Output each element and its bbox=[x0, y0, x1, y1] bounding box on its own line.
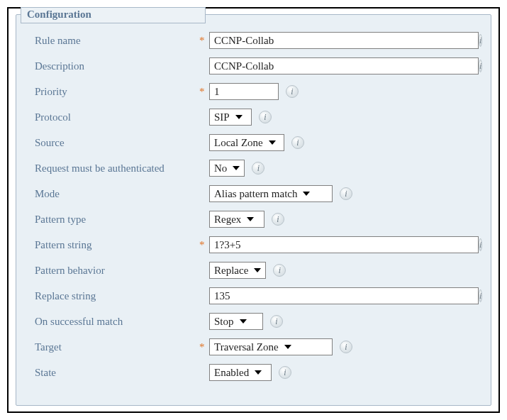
window-frame: Configuration Rule name*iDescriptioniPri… bbox=[7, 7, 500, 413]
on_match-control: Stop bbox=[209, 313, 263, 330]
info-icon[interactable]: i bbox=[272, 213, 284, 226]
info-icon[interactable]: i bbox=[340, 187, 352, 200]
on_match-row: On successful matchStopi bbox=[25, 309, 482, 334]
priority-input[interactable] bbox=[209, 83, 279, 100]
pattern_behavior-select[interactable]: Replace bbox=[209, 262, 266, 279]
svg-marker-5 bbox=[254, 268, 261, 272]
target-select[interactable]: Traversal Zone bbox=[209, 338, 333, 355]
priority-label: Priority bbox=[35, 86, 199, 98]
pattern_behavior-control: Replace bbox=[209, 262, 266, 279]
priority-row: Priority*i bbox=[25, 79, 482, 104]
info-icon[interactable]: i bbox=[273, 264, 286, 277]
pattern_string-required-marker: * bbox=[199, 239, 209, 251]
rule_name-label: Rule name bbox=[35, 35, 199, 47]
info-icon[interactable]: i bbox=[291, 136, 304, 149]
mode-select[interactable]: Alias pattern match bbox=[209, 185, 333, 202]
description-row: Descriptioni bbox=[25, 53, 482, 79]
dropdown-arrow-icon bbox=[301, 188, 311, 199]
auth-select[interactable]: No bbox=[209, 160, 245, 177]
info-icon[interactable]: i bbox=[479, 34, 482, 47]
protocol-label: Protocol bbox=[35, 111, 199, 123]
pattern_string-label: Pattern string bbox=[35, 239, 199, 251]
protocol-row: ProtocolSIPi bbox=[25, 104, 482, 130]
pattern_type-select[interactable]: Regex bbox=[209, 211, 264, 228]
info-icon[interactable]: i bbox=[479, 238, 482, 251]
priority-required-marker: * bbox=[199, 86, 209, 98]
svg-marker-3 bbox=[303, 192, 310, 196]
dropdown-arrow-icon bbox=[252, 265, 262, 276]
rule_name-row: Rule name*i bbox=[25, 28, 482, 53]
replace_string-row: Replace stringi bbox=[25, 283, 482, 309]
dropdown-arrow-icon bbox=[245, 214, 255, 225]
svg-marker-6 bbox=[240, 319, 247, 324]
auth-row: Request must be authenticatedNoi bbox=[25, 155, 482, 181]
svg-marker-8 bbox=[255, 370, 262, 375]
rule_name-input[interactable] bbox=[209, 32, 479, 49]
pattern_string-control bbox=[209, 236, 479, 253]
on_match-select[interactable]: Stop bbox=[209, 313, 263, 330]
info-icon[interactable]: i bbox=[479, 289, 482, 302]
target-control: Traversal Zone bbox=[209, 338, 333, 355]
source-select[interactable]: Local Zone bbox=[209, 134, 284, 151]
state-label: State bbox=[35, 367, 199, 379]
state-control: Enabled bbox=[209, 364, 272, 381]
pattern_type-row: Pattern typeRegexi bbox=[25, 206, 482, 232]
description-input[interactable] bbox=[209, 57, 479, 74]
state-row: StateEnabledi bbox=[25, 360, 482, 385]
info-icon[interactable]: i bbox=[259, 111, 272, 123]
priority-control bbox=[209, 83, 279, 100]
replace_string-input[interactable] bbox=[209, 287, 479, 304]
pattern_type-control: Regex bbox=[209, 211, 264, 228]
protocol-control: SIP bbox=[209, 109, 252, 126]
pattern_behavior-label: Pattern behavior bbox=[35, 265, 199, 277]
info-icon[interactable]: i bbox=[270, 315, 283, 328]
info-icon[interactable]: i bbox=[279, 366, 291, 379]
source-row: SourceLocal Zonei bbox=[25, 130, 482, 155]
mode-control: Alias pattern match bbox=[209, 185, 333, 202]
on_match-label: On successful match bbox=[35, 316, 199, 328]
pattern_behavior-row: Pattern behaviorReplacei bbox=[25, 258, 482, 283]
dropdown-arrow-icon bbox=[231, 162, 241, 174]
mode-row: ModeAlias pattern matchi bbox=[25, 181, 482, 206]
svg-marker-0 bbox=[235, 115, 243, 119]
svg-marker-7 bbox=[284, 345, 291, 349]
svg-marker-4 bbox=[247, 217, 254, 221]
auth-control: No bbox=[209, 160, 245, 177]
description-control bbox=[209, 57, 479, 74]
info-icon[interactable]: i bbox=[340, 341, 352, 353]
dropdown-arrow-icon bbox=[238, 316, 248, 327]
mode-label: Mode bbox=[35, 188, 199, 200]
state-select[interactable]: Enabled bbox=[209, 364, 272, 381]
replace_string-label: Replace string bbox=[35, 290, 199, 302]
source-control: Local Zone bbox=[209, 134, 284, 151]
pattern_type-label: Pattern type bbox=[35, 214, 199, 226]
dropdown-arrow-icon bbox=[253, 367, 263, 378]
info-icon[interactable]: i bbox=[286, 85, 299, 98]
source-label: Source bbox=[35, 137, 199, 149]
panel-title: Configuration bbox=[21, 7, 206, 23]
dropdown-arrow-icon bbox=[283, 341, 293, 353]
target-label: Target bbox=[35, 341, 199, 353]
pattern_string-input[interactable] bbox=[209, 236, 479, 253]
auth-label: Request must be authenticated bbox=[35, 162, 199, 175]
target-required-marker: * bbox=[199, 341, 209, 353]
replace_string-control bbox=[209, 287, 479, 304]
dropdown-arrow-icon bbox=[267, 137, 277, 148]
target-row: Target*Traversal Zonei bbox=[25, 334, 482, 360]
description-label: Description bbox=[35, 60, 199, 72]
configuration-panel: Configuration Rule name*iDescriptioniPri… bbox=[16, 14, 491, 406]
info-icon[interactable]: i bbox=[252, 162, 264, 175]
rule_name-control bbox=[209, 32, 479, 49]
info-icon[interactable]: i bbox=[479, 60, 482, 72]
svg-marker-2 bbox=[233, 166, 240, 170]
protocol-select[interactable]: SIP bbox=[209, 109, 252, 126]
dropdown-arrow-icon bbox=[234, 111, 244, 123]
pattern_string-row: Pattern string*i bbox=[25, 232, 482, 258]
rule_name-required-marker: * bbox=[199, 35, 209, 47]
svg-marker-1 bbox=[269, 140, 276, 145]
